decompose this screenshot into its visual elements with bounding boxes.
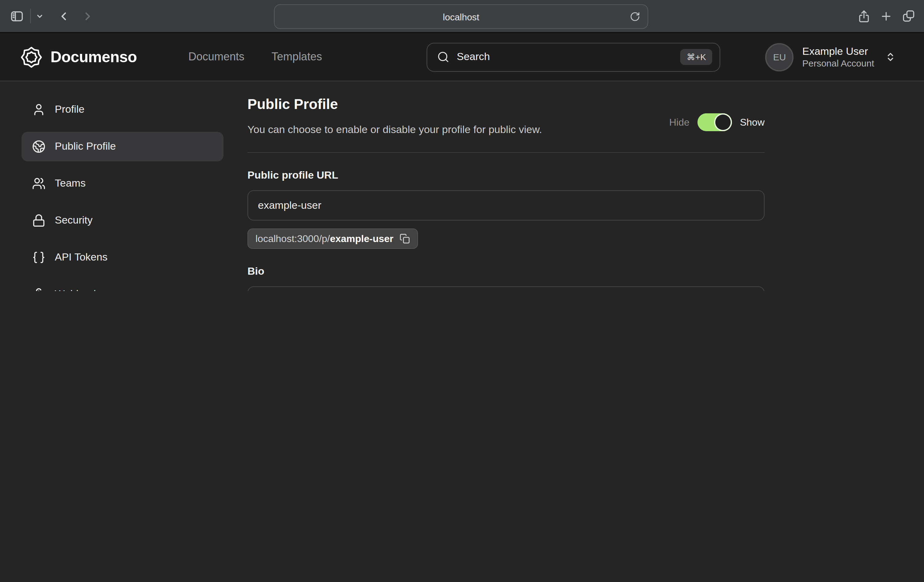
account-type: Personal Account — [802, 58, 874, 69]
browser-chrome: localhost — [0, 0, 924, 33]
public-profile-url-input[interactable] — [248, 190, 764, 220]
brand-name: Documenso — [51, 48, 137, 66]
profile-visibility-toggle[interactable] — [698, 113, 732, 131]
toggle-hide-label: Hide — [669, 117, 690, 128]
sidebar-item-profile[interactable]: Profile — [21, 95, 223, 124]
account-name: Example User — [802, 45, 874, 58]
user-icon — [32, 103, 46, 116]
back-button[interactable] — [57, 10, 70, 23]
braces-icon — [32, 251, 46, 264]
search-icon — [437, 51, 449, 63]
webhook-icon — [32, 288, 46, 291]
users-icon — [32, 177, 46, 190]
globe-icon — [32, 140, 46, 153]
sidebar-item-teams[interactable]: Teams — [21, 169, 223, 198]
toggle-show-label: Show — [740, 117, 764, 128]
main-content: Public Profile Hide Show You can choose … — [248, 81, 764, 291]
divider — [30, 8, 31, 23]
copy-profile-link-chip[interactable]: localhost:3000/p/example-user — [248, 228, 418, 249]
sidebar-item-api-tokens[interactable]: API Tokens — [21, 243, 223, 272]
chevron-down-icon[interactable] — [36, 12, 44, 20]
account-menu[interactable]: EU Example User Personal Account — [766, 43, 896, 71]
address-bar[interactable]: localhost — [274, 4, 648, 29]
nav-documents[interactable]: Documents — [188, 51, 244, 63]
page-title: Public Profile — [248, 96, 764, 113]
bio-textarea[interactable]: This is an example bio. — [248, 286, 764, 291]
forward-button[interactable] — [81, 10, 94, 23]
lock-icon — [32, 214, 46, 227]
new-tab-icon[interactable] — [879, 10, 893, 23]
nav-templates[interactable]: Templates — [271, 51, 322, 63]
tab-overview-icon[interactable] — [902, 9, 916, 23]
sidebar-item-label: Public Profile — [55, 141, 116, 153]
brand[interactable]: Documenso — [20, 45, 137, 69]
sidebar-toggle-icon[interactable] — [10, 9, 24, 23]
search-placeholder: Search — [457, 51, 673, 63]
profile-link-prefix: localhost:3000/p/ — [256, 233, 330, 243]
sidebar-item-security[interactable]: Security — [21, 206, 223, 235]
profile-link-slug: example-user — [330, 233, 393, 243]
top-nav: Documents Templates — [188, 33, 322, 81]
avatar: EU — [766, 43, 794, 71]
sidebar-item-label: Security — [55, 214, 92, 227]
toggle-knob — [715, 114, 731, 130]
chevrons-up-down-icon — [885, 52, 896, 62]
sidebar-item-label: Webhooks — [55, 288, 104, 291]
address-bar-url: localhost — [443, 12, 479, 22]
url-field-label: Public profile URL — [248, 169, 764, 182]
search-input[interactable]: Search ⌘+K — [427, 43, 720, 71]
screen: localhost Documens — [0, 0, 924, 291]
bio-field-label: Bio — [248, 265, 764, 278]
copy-icon — [399, 233, 410, 244]
app-header: Documenso Documents Templates Search ⌘+K… — [0, 33, 924, 81]
sidebar-item-label: Profile — [55, 104, 84, 116]
sidebar-item-webhooks[interactable]: Webhooks — [21, 279, 223, 291]
sidebar-item-label: Teams — [55, 177, 86, 190]
sidebar-item-label: API Tokens — [55, 251, 107, 264]
divider — [248, 152, 764, 153]
share-icon[interactable] — [858, 10, 870, 23]
reload-icon[interactable] — [630, 12, 640, 22]
search-shortcut-badge: ⌘+K — [681, 49, 712, 65]
settings-sidebar: Profile Public Profile Teams Security AP… — [21, 95, 223, 291]
sidebar-item-public-profile[interactable]: Public Profile — [21, 132, 223, 161]
documenso-logo-icon — [20, 45, 43, 69]
